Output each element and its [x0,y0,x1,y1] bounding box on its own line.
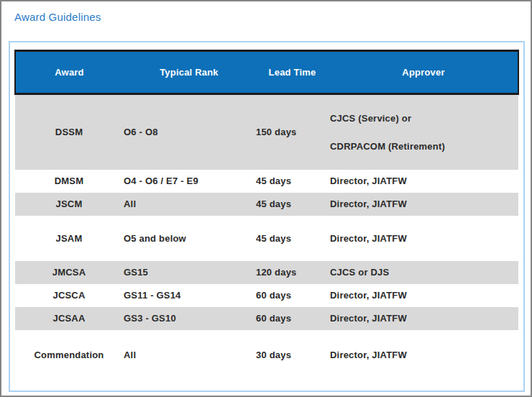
column-header-approver: Approver [329,51,518,94]
cell-award: JSAM [15,216,123,261]
table-row-dssm: DSSM O6 - O8 150 days CJCS (Service) or … [15,94,518,170]
cell-typical-rank: All [123,330,255,380]
cell-award: JCSCA [15,284,123,307]
table-row-dmsm: DMSM O4 - O6 / E7 - E9 45 days Director,… [15,170,518,193]
column-header-lead-time: Lead Time [255,51,329,94]
approver-line-1: CJCS (Service) or [330,113,518,124]
cell-typical-rank: GS15 [123,261,255,284]
cell-lead-time: 45 days [255,193,329,216]
table-row-jscm: JSCM All 45 days Director, JIATFW [15,193,518,216]
cell-approver: Director, JIATFW [329,216,518,261]
cell-typical-rank: O6 - O8 [123,94,255,170]
cell-approver: Director, JIATFW [329,330,518,380]
cell-typical-rank: All [123,193,255,216]
column-header-typical-rank: Typical Rank [123,51,255,94]
cell-lead-time: 150 days [255,94,329,170]
guidelines-panel: Award Typical Rank Lead Time Approver DS… [9,41,525,392]
cell-award: DSSM [15,94,123,170]
column-header-award: Award [15,51,123,94]
page-title: Award Guidelines [14,11,101,23]
cell-award: JMCSA [15,261,123,284]
table-row-commendation: Commendation All 30 days Director, JIATF… [15,330,518,380]
cell-approver: CJCS (Service) or CDRPACOM (Retirement) [329,94,518,170]
cell-approver: Director, JIATFW [329,193,518,216]
cell-lead-time: 60 days [255,307,329,330]
table-row-jcsca: JCSCA GS11 - GS14 60 days Director, JIAT… [15,284,518,307]
table-row-jmcsa: JMCSA GS15 120 days CJCS or DJS [15,261,518,284]
cell-award: DMSM [15,170,123,193]
cell-lead-time: 45 days [255,170,329,193]
award-guidelines-window: Award Guidelines Award Typical Rank Lead… [0,0,532,397]
table-header-row: Award Typical Rank Lead Time Approver [15,51,518,94]
approver-line-2: CDRPACOM (Retirement) [330,141,518,152]
cell-lead-time: 45 days [255,216,329,261]
cell-approver: Director, JIATFW [329,170,518,193]
cell-typical-rank: O4 - O6 / E7 - E9 [123,170,255,193]
table-row-jcsaa: JCSAA GS3 - GS10 60 days Director, JIATF… [15,307,518,330]
cell-approver: CJCS or DJS [329,261,518,284]
cell-typical-rank: GS11 - GS14 [123,284,255,307]
cell-approver: Director, JIATFW [329,307,518,330]
cell-award: JCSAA [15,307,123,330]
cell-award: JSCM [15,193,123,216]
cell-approver: Director, JIATFW [329,284,518,307]
cell-lead-time: 120 days [255,261,329,284]
cell-typical-rank: O5 and below [123,216,255,261]
cell-lead-time: 60 days [255,284,329,307]
cell-award: Commendation [15,330,123,380]
table-row-jsam: JSAM O5 and below 45 days Director, JIAT… [15,216,518,261]
cell-lead-time: 30 days [255,330,329,380]
award-guidelines-table: Award Typical Rank Lead Time Approver DS… [14,50,519,380]
cell-typical-rank: GS3 - GS10 [123,307,255,330]
